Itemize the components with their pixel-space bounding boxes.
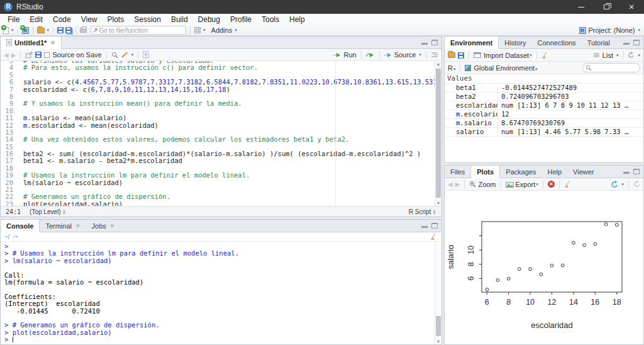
console-tab-jobs[interactable]: Jobs✕	[86, 220, 121, 232]
refresh-dropdown[interactable]: ▾	[638, 53, 640, 58]
wand-dropdown-icon[interactable]: ▾	[131, 52, 134, 57]
source-on-save-checkbox[interactable]	[44, 52, 50, 58]
console-output[interactable]: >> # Usamos la instrucción lm para defin…	[1, 242, 441, 344]
popout-icon[interactable]	[25, 52, 33, 59]
language-selector[interactable]: R▾	[448, 64, 455, 72]
print-button[interactable]	[80, 26, 87, 35]
new-file-dropdown[interactable]: ▾	[11, 28, 14, 33]
plots-tab-files[interactable]: Files	[445, 166, 470, 178]
scroll-down-icon[interactable]: ▼	[435, 339, 441, 344]
pane-maximize-icon[interactable]	[431, 223, 438, 229]
global-environment-selector[interactable]: Global Environment▾	[474, 64, 537, 72]
file-type-selector[interactable]: R Script⇕	[409, 208, 436, 215]
open-recent-dropdown[interactable]: ▾	[47, 28, 50, 33]
list-view-label[interactable]: List	[602, 52, 613, 59]
console-scrollbar[interactable]: ▼	[435, 242, 441, 344]
menu-help[interactable]: Help	[284, 14, 310, 25]
menu-file[interactable]: File	[3, 14, 25, 25]
editor-scrollbar[interactable]: ▲ ▼	[435, 61, 441, 206]
minimize-button[interactable]	[569, 0, 594, 14]
pane-maximize-icon[interactable]	[633, 40, 640, 45]
search-icon[interactable]	[111, 52, 118, 59]
forward-icon[interactable]: ▶	[11, 52, 16, 59]
export-plot-button[interactable]: Export ▾	[506, 179, 538, 189]
environment-row[interactable]: m.salario8.67470769230769	[445, 118, 643, 127]
menu-code[interactable]: Code	[48, 14, 76, 25]
import-dataset-button[interactable]: Import Dataset ▾	[474, 50, 532, 60]
source-button[interactable]: Source	[384, 50, 416, 60]
environment-tab-tutorial[interactable]: Tutorial	[582, 37, 616, 48]
magic-wand-icon[interactable]	[121, 52, 128, 59]
refresh-icon[interactable]	[628, 52, 635, 59]
new-project-button[interactable]: R+	[22, 26, 29, 35]
close-button[interactable]: ✕	[619, 0, 644, 14]
environment-tab-connections[interactable]: Connections	[531, 37, 581, 48]
new-file-button[interactable]: +	[3, 26, 9, 35]
clear-environment-broom-icon[interactable]	[541, 52, 549, 59]
addins-button[interactable]: Addins	[211, 26, 233, 34]
tab-close-icon[interactable]: ✕	[75, 223, 80, 229]
console-scroll-thumb[interactable]	[436, 316, 441, 336]
refresh-plot-icon[interactable]	[633, 181, 640, 188]
remove-plot-icon[interactable]: ✕	[548, 181, 555, 188]
save-workspace-button[interactable]	[458, 50, 464, 60]
project-selector[interactable]: R Project: (None) ▾	[579, 26, 641, 34]
goto-directory-icon[interactable]	[12, 234, 18, 240]
clear-plots-broom-icon[interactable]	[564, 181, 572, 188]
restore-button[interactable]	[594, 0, 619, 14]
menu-tools[interactable]: Tools	[257, 14, 284, 25]
panes-layout-dropdown[interactable]: ▾	[203, 28, 206, 33]
environment-row[interactable]: salarionum [1:13] 4.46 5.77 5.98 7.33 …	[445, 127, 643, 136]
environment-row[interactable]: beta20.724096703296703	[445, 92, 643, 101]
pane-minimize-icon[interactable]	[421, 40, 428, 45]
environment-tab-history[interactable]: History	[499, 37, 531, 48]
load-workspace-button[interactable]	[448, 50, 455, 60]
menu-edit[interactable]: Edit	[25, 14, 48, 25]
tab-close-icon[interactable]: ✕	[110, 223, 115, 229]
console-tab-terminal[interactable]: Terminal✕	[40, 220, 86, 232]
plots-tab-help[interactable]: Help	[541, 166, 567, 178]
console-tab-console[interactable]: Console	[1, 220, 40, 232]
source-dropdown-icon[interactable]: ▾	[419, 52, 421, 57]
pane-maximize-icon[interactable]	[633, 169, 640, 174]
publish-icon[interactable]	[611, 181, 618, 188]
save-button[interactable]	[57, 26, 64, 35]
pane-maximize-icon[interactable]	[431, 40, 438, 45]
save-all-button[interactable]	[65, 26, 72, 35]
menu-plots[interactable]: Plots	[103, 14, 130, 25]
next-plot-icon[interactable]: ▶	[455, 181, 460, 188]
rerun-button[interactable]	[366, 50, 375, 60]
menu-session[interactable]: Session	[129, 14, 166, 25]
environment-tab-environment[interactable]: Environment	[445, 37, 499, 49]
run-button[interactable]: Run	[333, 50, 356, 60]
save-button[interactable]	[35, 50, 42, 60]
zoom-plot-button[interactable]: Zoom	[469, 179, 496, 189]
scroll-down-icon[interactable]: ▼	[435, 201, 441, 205]
open-file-button[interactable]	[37, 26, 45, 35]
environment-row[interactable]: beta1-0.0144527472527489	[445, 83, 643, 92]
plots-tab-plots[interactable]: Plots	[470, 166, 500, 178]
scope-selector[interactable]: (Top Level)⇕	[30, 208, 66, 215]
scroll-up-icon[interactable]: ▲	[435, 62, 441, 66]
pane-minimize-icon[interactable]	[421, 223, 428, 228]
environment-row[interactable]: m.escolarid…12	[445, 110, 643, 118]
addins-dropdown[interactable]: ▾	[235, 28, 237, 33]
plots-tab-packages[interactable]: Packages	[500, 166, 541, 178]
list-view-dropdown[interactable]: ▾	[616, 53, 619, 58]
tab-close-icon[interactable]: ✕	[50, 40, 55, 46]
previous-plot-icon[interactable]: ◀	[448, 181, 453, 188]
panes-layout-button[interactable]	[194, 26, 201, 35]
publish-dropdown[interactable]: ▾	[621, 182, 624, 187]
tab-untitled1[interactable]: Untitled1* ✕	[1, 37, 62, 49]
menu-profile[interactable]: Profile	[225, 14, 257, 25]
code-editor[interactable]: 34567891011121314151617181920212223 # De…	[1, 61, 441, 206]
editor-scroll-thumb[interactable]	[436, 69, 441, 198]
clear-console-broom-icon[interactable]	[430, 233, 438, 240]
goto-file-input[interactable]	[99, 27, 184, 34]
menu-build[interactable]: Build	[166, 14, 193, 25]
menu-view[interactable]: View	[76, 14, 103, 25]
environment-row[interactable]: escolaridadnum [1:13] 6 7 8 9 10 11 12 1…	[445, 101, 643, 110]
menu-debug[interactable]: Debug	[193, 14, 225, 25]
list-view-icon[interactable]	[593, 52, 600, 58]
pane-minimize-icon[interactable]	[623, 169, 630, 174]
